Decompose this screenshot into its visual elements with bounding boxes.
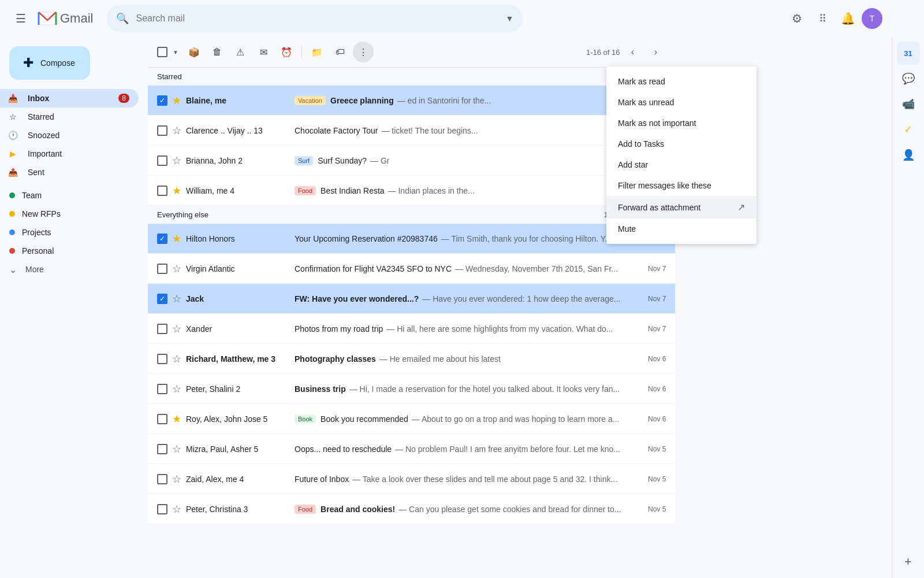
context-menu-item-forward-attachment[interactable]: Forward as attachment ↗ xyxy=(606,196,757,218)
context-menu-overlay[interactable] xyxy=(0,0,924,578)
context-menu-item-mute[interactable]: Mute xyxy=(606,218,757,239)
forward-cursor-icon: ↗ xyxy=(737,202,745,213)
context-menu-item-add-star[interactable]: Add star xyxy=(606,154,757,175)
context-menu-item-mark-unread[interactable]: Mark as unread xyxy=(606,92,757,113)
context-menu-item-filter[interactable]: Filter messages like these xyxy=(606,175,757,196)
context-menu-item-add-tasks[interactable]: Add to Tasks xyxy=(606,134,757,154)
context-menu-item-mark-not-important[interactable]: Mark as not important xyxy=(606,113,757,134)
context-menu-item-mark-read[interactable]: Mark as read xyxy=(606,71,757,92)
context-menu: Mark as read Mark as unread Mark as not … xyxy=(606,66,757,244)
